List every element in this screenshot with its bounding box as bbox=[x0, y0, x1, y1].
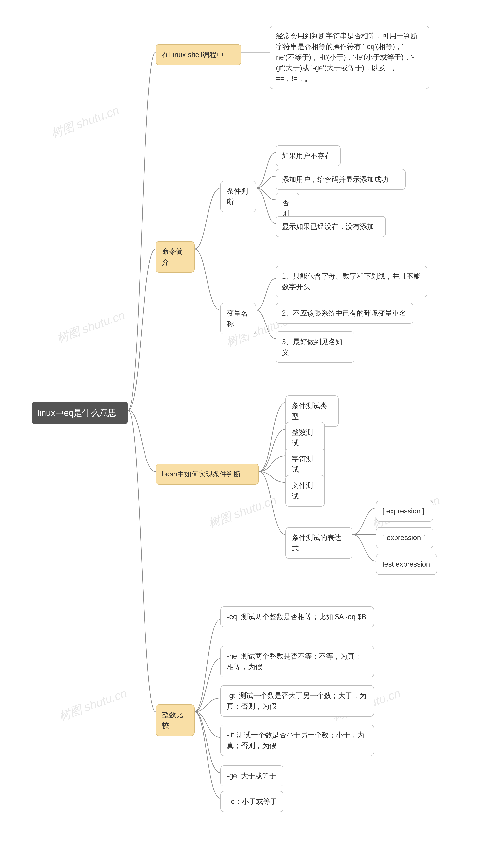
branch-command-intro: 命令简介 bbox=[156, 241, 195, 273]
node-variable-name: 变量名称 bbox=[220, 303, 256, 334]
watermark: 树图 shutu.cn bbox=[49, 102, 121, 142]
leaf-expr1: [ expression ] bbox=[376, 501, 433, 521]
leaf-le: -le：小于或等于 bbox=[220, 791, 284, 812]
node-expression: 条件测试的表达式 bbox=[286, 527, 352, 559]
leaf-rule3: 3、最好做到见名知义 bbox=[276, 331, 355, 363]
branch-int-compare: 整数比较 bbox=[156, 704, 195, 736]
leaf-not-added: 显示如果已经没在，没有添加 bbox=[276, 216, 386, 237]
node-condition-judgment: 条件判断 bbox=[220, 181, 256, 212]
watermark: 树图 shutu.cn bbox=[55, 307, 127, 346]
leaf-user-not-exist: 如果用户不存在 bbox=[276, 145, 341, 166]
branch-linux-shell: 在Linux shell编程中 bbox=[156, 44, 241, 65]
leaf-lt: -lt: 测试一个数是否小于另一个数；小于，为真；否则，为假 bbox=[220, 725, 374, 756]
leaf-eq: -eq: 测试两个整数是否相等；比如 $A -eq $B bbox=[220, 606, 374, 627]
leaf-rule2: 2、不应该跟系统中已有的环境变量重名 bbox=[276, 303, 414, 324]
leaf-add-user: 添加用户，给密码并显示添加成功 bbox=[276, 169, 406, 190]
leaf-rule1: 1、只能包含字母、数字和下划线，并且不能数字开头 bbox=[276, 266, 427, 297]
root-node: linux中eq是什么意思 bbox=[31, 402, 128, 424]
leaf-b1-desc: 经常会用到判断字符串是否相等，可用于判断字符串是否相等的操作符有 '-eq'(相… bbox=[270, 26, 429, 89]
leaf-expr2: ` expression ` bbox=[376, 527, 433, 548]
branch-bash-condition: bash中如何实现条件判断 bbox=[156, 464, 259, 485]
watermark: 树图 shutu.cn bbox=[57, 685, 129, 725]
leaf-ge: -ge: 大于或等于 bbox=[220, 765, 284, 786]
leaf-expr3: test expression bbox=[376, 554, 437, 575]
leaf-gt: -gt: 测试一个数是否大于另一个数；大于，为真；否则，为假 bbox=[220, 685, 374, 717]
leaf-ne: -ne: 测试两个整数是否不等；不等，为真；相等，为假 bbox=[220, 646, 374, 677]
leaf-file-test: 文件测试 bbox=[286, 475, 325, 506]
watermark: 树图 shutu.cn bbox=[206, 492, 279, 532]
